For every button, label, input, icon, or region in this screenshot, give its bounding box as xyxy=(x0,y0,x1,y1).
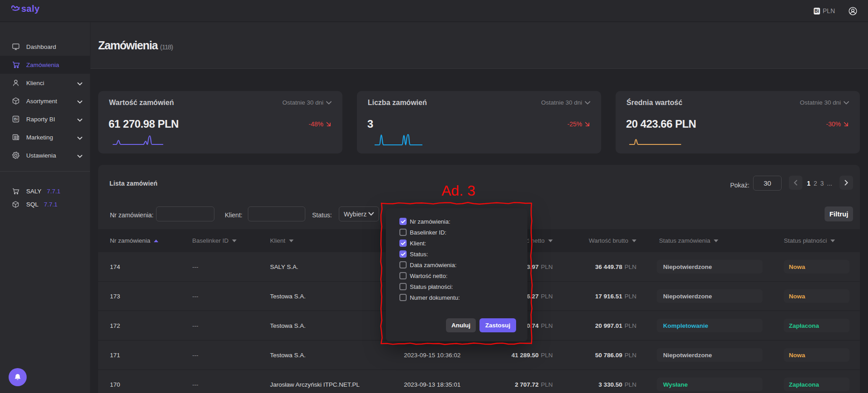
svg-text:Bi: Bi xyxy=(14,117,18,121)
